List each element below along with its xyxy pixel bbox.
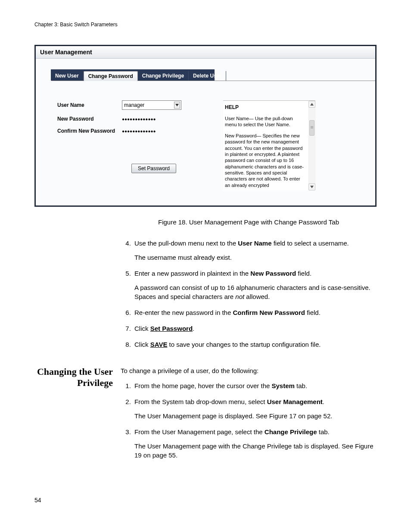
step-b1: From the home page, hover the cursor ove… xyxy=(133,381,377,390)
steps-list-b: From the home page, hover the cursor ove… xyxy=(121,381,377,460)
window-title: User Management xyxy=(36,46,375,59)
user-name-select[interactable]: manager xyxy=(122,100,181,110)
svg-marker-2 xyxy=(310,186,314,188)
section-heading: Changing the User Privilege xyxy=(34,366,121,389)
tab-delete-user[interactable]: Delete User xyxy=(189,71,226,81)
user-name-label: User Name xyxy=(57,102,122,108)
svg-marker-0 xyxy=(175,104,179,106)
screenshot-frame: User Management New User Change Password… xyxy=(34,45,377,207)
step-b2: From the System tab drop-down menu, sele… xyxy=(133,397,377,420)
help-text-1: User Name— Use the pull-down menu to sel… xyxy=(225,115,306,128)
tab-row: New User Change Password Change Privileg… xyxy=(51,69,215,81)
step-5: Enter a new password in plaintext in the… xyxy=(133,269,377,301)
page-number: 54 xyxy=(34,497,377,504)
help-scrollbar[interactable] xyxy=(308,100,315,190)
tab-change-password[interactable]: Change Password xyxy=(84,71,138,81)
chevron-down-icon xyxy=(174,102,180,109)
tab-change-privilege[interactable]: Change Privilege xyxy=(138,71,189,81)
help-text-2: New Password— Specifies the new password… xyxy=(225,133,306,188)
svg-marker-1 xyxy=(310,103,314,106)
help-panel-wrap: HELP User Name— Use the pull-down menu t… xyxy=(223,100,315,190)
figure-caption: Figure 18. User Management Page with Cha… xyxy=(121,218,377,227)
step-8: Click SAVE to save your changes to the s… xyxy=(133,340,377,349)
step-7: Click Set Password. xyxy=(133,324,377,333)
chapter-header: Chapter 3: Basic Switch Parameters xyxy=(34,22,377,28)
confirm-password-label: Confirm New Password xyxy=(57,128,122,134)
section-intro: To change a privilege of a user, do the … xyxy=(121,366,377,375)
help-heading: HELP xyxy=(225,104,306,111)
scroll-up-icon[interactable] xyxy=(308,101,315,108)
new-password-field[interactable]: ●●●●●●●●●●●●● xyxy=(122,117,156,121)
step-b3: From the User Management page, select th… xyxy=(133,427,377,460)
confirm-password-field[interactable]: ●●●●●●●●●●●●● xyxy=(122,129,156,134)
step-4: Use the pull-down menu next to the User … xyxy=(133,239,377,262)
steps-list-a: Use the pull-down menu next to the User … xyxy=(121,239,377,349)
scroll-thumb[interactable] xyxy=(309,120,314,136)
scroll-down-icon[interactable] xyxy=(308,184,315,190)
user-name-value: manager xyxy=(124,102,144,108)
step-6: Re-enter the new password in the Confirm… xyxy=(133,308,377,317)
set-password-button[interactable]: Set Password xyxy=(131,164,176,173)
scroll-track[interactable] xyxy=(309,108,315,183)
help-panel: HELP User Name— Use the pull-down menu t… xyxy=(223,100,308,190)
form-column: User Name manager New Password ●●●●●●●●●… xyxy=(36,100,223,173)
new-password-label: New Password xyxy=(57,116,122,122)
tab-new-user[interactable]: New User xyxy=(51,71,84,81)
